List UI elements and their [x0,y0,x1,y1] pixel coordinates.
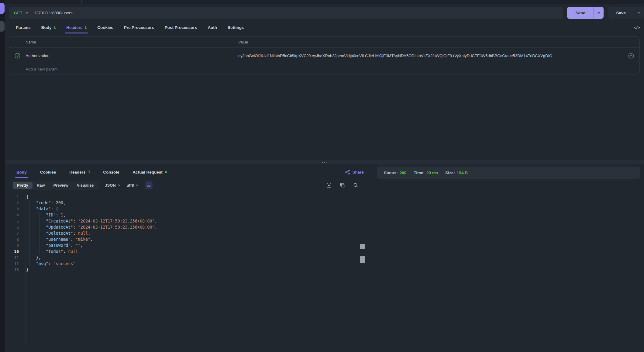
tab-auth[interactable]: Auth [208,21,217,34]
headers-table: Name Value Authorization eyJhbGciOiJIUzI… [9,36,640,74]
url-input[interactable] [34,11,558,15]
active-request-tab-pill[interactable] [0,3,5,14]
tab-cookies[interactable]: Cookies [97,21,113,34]
copy-icon[interactable] [340,183,345,188]
header-row-authorization[interactable]: Authorization eyJhbGciOiJIUzI1NiIsInR5cC… [9,47,639,64]
line-number: 10 [5,249,19,254]
chevron-down-icon [118,184,121,187]
code-line[interactable]: 5 "CreatedAt": "2024-03-12T17:59:23.256+… [5,218,367,224]
word-wrap-button[interactable] [145,181,153,189]
tab-settings[interactable]: Settings [228,21,244,34]
code-toggle-icon[interactable]: </> [634,25,640,30]
chevron-down-icon [136,184,139,187]
code-text: "UpdatedAt": "2024-03-12T17:59:23.256+08… [26,225,157,229]
code-line[interactable]: 12 "msg": "success" [5,261,367,267]
response-view-toolbar: Pretty Raw Preview Visualize JSON utf8 [5,179,367,191]
header-enabled-checkbox[interactable] [9,53,26,59]
code-line[interactable]: 13} [5,267,367,273]
json-response-editor[interactable]: 1{2 "code": 200,3 "data": {4 "ID": 1,5 "… [5,191,367,352]
response-headers-count-badge: 3 [88,170,90,174]
format-select[interactable]: JSON [105,183,120,188]
size-value: 194 B [457,171,468,175]
code-line[interactable]: 6 "UpdatedAt": "2024-03-12T17:59:23.256+… [5,224,367,230]
code-text: "password": "", [26,243,83,248]
tab-actual-request[interactable]: Actual Request [133,165,167,179]
collapsed-request-tabs-strip [0,0,5,352]
tab-body[interactable]: Body1 [41,21,56,34]
code-line[interactable]: 11 }, [5,254,367,261]
save-button-label: Save [608,7,634,19]
tab-pre-processors[interactable]: Pre Processors [124,21,154,34]
response-body-panel: Body Cookies Headers3 Console Actual Req… [5,165,367,352]
inactive-request-tab-pill[interactable] [0,21,5,32]
response-section: Body Cookies Headers3 Console Actual Req… [5,165,644,352]
headers-count-badge: 1 [85,25,87,29]
send-button-label: Send [567,7,594,19]
word-wrap-icon [146,183,151,188]
line-number: 11 [5,255,19,260]
body-count-badge: 1 [54,25,56,29]
code-line[interactable]: 7 "DeletedAt": null, [5,230,367,236]
view-mode-preview[interactable]: Preview [49,182,73,189]
scrollbar-mark[interactable] [360,244,365,249]
request-tab-bar: Params Body1 Headers1 Cookies Pre Proces… [5,21,644,34]
share-button[interactable]: Share [345,170,364,174]
top-edge-bar [5,0,644,4]
tab-params[interactable]: Params [16,21,31,34]
panel-splitter[interactable] [5,160,644,165]
view-mode-visualize[interactable]: Visualize [73,182,98,189]
code-lines: 1{2 "code": 200,3 "data": {4 "ID": 1,5 "… [5,194,367,273]
tab-response-console[interactable]: Console [103,165,119,179]
line-number: 8 [5,237,19,242]
code-text: { [26,194,29,199]
method-select[interactable]: GET [14,11,22,15]
code-line[interactable]: 8 "username": "mike", [5,236,367,242]
tab-response-body[interactable]: Body [16,165,27,179]
status-label: Status: [384,171,398,175]
header-name-cell[interactable]: Authorization [26,53,238,58]
chevron-down-icon [638,11,641,14]
chevron-down-icon [597,11,600,14]
remove-header-button[interactable] [622,53,639,59]
code-text: "data": { [26,206,58,211]
share-label: Share [352,170,364,174]
chevron-down-icon[interactable] [25,11,28,14]
request-section: GET Send Save Params Body1 Headers1 Cook… [5,4,644,160]
view-mode-switcher: Pretty Raw Preview Visualize [12,181,99,190]
scrollbar-mark[interactable] [360,256,365,263]
response-status-bar: Status: 200 Time: 29 ms Size: 194 B [377,167,640,179]
time-value: 29 ms [426,171,438,175]
save-button[interactable]: Save [608,7,644,19]
tab-response-cookies[interactable]: Cookies [40,165,56,179]
code-line[interactable]: 4 "ID": 1, [5,212,367,218]
drag-handle-dots [322,162,327,163]
send-options-dropdown[interactable] [594,7,604,19]
code-line[interactable]: 9 "password": "", [5,242,367,248]
code-line[interactable]: 1{ [5,194,367,200]
add-param-placeholder: Add a new param [26,67,238,71]
line-number: 7 [5,231,19,236]
code-line[interactable]: 2 "code": 200, [5,200,367,206]
code-line[interactable]: 3 "data": { [5,206,367,212]
tab-response-headers[interactable]: Headers3 [69,165,90,179]
save-options-dropdown[interactable] [634,7,644,19]
code-text: "code": 200, [26,200,66,205]
response-meta-panel: Status: 200 Time: 29 ms Size: 194 B [367,165,644,352]
search-icon[interactable] [353,183,358,188]
encoding-select[interactable]: utf8 [127,183,139,188]
header-value-cell[interactable]: eyJhbGciOiJIUzI1NiIsInR5cCI6IkpXVCJ9.eyJ… [238,53,622,58]
add-param-row[interactable]: Add a new param [9,64,639,74]
code-text: "username": "mike", [26,237,93,242]
code-line[interactable]: 10 "todos": null [5,248,367,254]
check-circle-icon [15,53,20,59]
tab-headers[interactable]: Headers1 [66,21,87,34]
url-row: GET Send Save [9,7,644,19]
view-mode-raw[interactable]: Raw [33,182,49,189]
headers-table-header: Name Value [9,37,639,47]
status-value: 200 [400,171,407,175]
view-mode-pretty[interactable]: Pretty [13,182,33,189]
send-button[interactable]: Send [567,7,604,19]
download-icon[interactable] [326,183,332,188]
tab-post-processors[interactable]: Post Processors [165,21,197,34]
line-number: 1 [5,195,19,199]
